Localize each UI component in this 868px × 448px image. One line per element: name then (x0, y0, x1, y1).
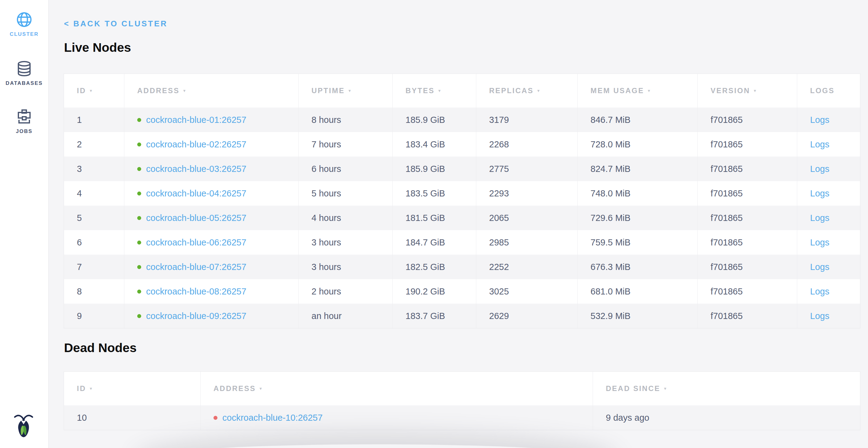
dead-status-dot-icon (214, 416, 217, 420)
live-nodes-title: Live Nodes (64, 40, 131, 55)
node-address-link[interactable]: cockroach-blue-07:26257 (146, 262, 246, 272)
cell-replicas: 2293 (476, 181, 578, 206)
sidebar: CLUSTER DATABASES (0, 0, 49, 448)
cell-logs: Logs (797, 304, 860, 328)
node-address-link[interactable]: cockroach-blue-01:26257 (146, 115, 246, 125)
node-address-link[interactable]: cockroach-blue-05:26257 (146, 213, 246, 223)
node-address-link[interactable]: cockroach-blue-04:26257 (146, 188, 246, 199)
column-header-address[interactable]: ADDRESS▾ (200, 372, 593, 406)
column-header-dead-since[interactable]: DEAD SINCE▾ (593, 372, 860, 406)
cell-mem-usage: 681.0 MiB (578, 279, 698, 304)
logs-link[interactable]: Logs (810, 115, 829, 125)
live-node-row: 9 cockroach-blue-09:26257 an hour 183.7 … (64, 304, 860, 328)
globe-icon (16, 12, 32, 28)
cell-uptime: an hour (299, 304, 393, 328)
cell-replicas: 2065 (476, 206, 578, 230)
cell-version: f701865 (698, 230, 797, 255)
logs-link[interactable]: Logs (810, 311, 829, 321)
cell-mem-usage: 532.9 MiB (578, 304, 698, 328)
cell-node-id: 7 (64, 255, 124, 279)
sort-arrow-icon: ▾ (438, 88, 442, 93)
column-header-logs: LOGS (797, 74, 860, 108)
node-address-link[interactable]: cockroach-blue-02:26257 (146, 140, 246, 150)
cell-bytes: 183.7 GiB (393, 304, 476, 328)
cell-logs: Logs (797, 181, 860, 206)
sort-arrow-icon: ▾ (754, 88, 757, 93)
column-header-replicas[interactable]: REPLICAS▾ (476, 74, 578, 108)
column-header-mem-usage[interactable]: MEM USAGE▾ (578, 74, 698, 108)
cell-replicas: 2252 (476, 255, 578, 279)
node-address-link[interactable]: cockroach-blue-08:26257 (146, 287, 246, 297)
sort-arrow-icon: ▾ (259, 386, 263, 391)
logs-link[interactable]: Logs (810, 140, 829, 150)
cell-bytes: 182.5 GiB (393, 255, 476, 279)
cell-logs: Logs (797, 132, 860, 157)
cell-version: f701865 (698, 255, 797, 279)
cell-mem-usage: 748.0 MiB (578, 181, 698, 206)
dead-nodes-header-row: ID▾ ADDRESS▾ DEAD SINCE▾ (64, 372, 860, 406)
column-header-version[interactable]: VERSION▾ (698, 74, 797, 108)
live-status-dot-icon (137, 216, 141, 220)
column-header-address[interactable]: ADDRESS▾ (124, 74, 299, 108)
cell-node-address: cockroach-blue-03:26257 (124, 157, 299, 181)
cell-logs: Logs (797, 230, 860, 255)
live-node-row: 5 cockroach-blue-05:26257 4 hours 181.5 … (64, 206, 860, 230)
cockroachdb-logo-icon (13, 412, 34, 440)
cell-version: f701865 (698, 304, 797, 328)
cell-logs: Logs (797, 255, 860, 279)
cell-bytes: 181.5 GiB (393, 206, 476, 230)
sidebar-item-cluster[interactable]: CLUSTER (0, 12, 49, 37)
column-header-id[interactable]: ID▾ (64, 74, 124, 108)
cell-logs: Logs (797, 157, 860, 181)
logs-link[interactable]: Logs (810, 287, 829, 297)
cell-version: f701865 (698, 181, 797, 206)
back-to-cluster-link[interactable]: < BACK TO CLUSTER (64, 19, 167, 29)
dead-nodes-table: ID▾ ADDRESS▾ DEAD SINCE▾ 10 cockroach-bl… (64, 371, 860, 430)
sidebar-item-databases[interactable]: DATABASES (0, 61, 49, 86)
node-address-link[interactable]: cockroach-blue-09:26257 (146, 311, 246, 321)
cell-bytes: 190.2 GiB (393, 279, 476, 304)
logs-link[interactable]: Logs (810, 213, 829, 223)
cell-replicas: 2268 (476, 132, 578, 157)
cell-uptime: 2 hours (299, 279, 393, 304)
sort-arrow-icon: ▾ (537, 88, 540, 93)
cell-uptime: 5 hours (299, 181, 393, 206)
cell-node-address: cockroach-blue-10:26257 (200, 406, 593, 430)
live-status-dot-icon (137, 191, 141, 196)
cell-uptime: 6 hours (299, 157, 393, 181)
logs-link[interactable]: Logs (810, 164, 829, 174)
cell-node-id: 1 (64, 108, 124, 132)
sort-arrow-icon: ▾ (90, 88, 93, 93)
cell-node-id: 4 (64, 181, 124, 206)
live-nodes-table: ID▾ ADDRESS▾ UPTIME▾ BYTES▾ REPLICAS▾ ME… (64, 73, 860, 328)
node-address-link[interactable]: cockroach-blue-06:26257 (146, 237, 246, 247)
sidebar-item-label: JOBS (16, 128, 32, 135)
live-node-row: 8 cockroach-blue-08:26257 2 hours 190.2 … (64, 279, 860, 304)
sort-arrow-icon: ▾ (648, 88, 651, 93)
cell-node-address: cockroach-blue-09:26257 (124, 304, 299, 328)
logs-link[interactable]: Logs (810, 262, 829, 272)
live-status-dot-icon (137, 118, 141, 122)
cell-node-id: 10 (64, 406, 200, 430)
column-header-id[interactable]: ID▾ (64, 372, 200, 406)
cell-version: f701865 (698, 108, 797, 132)
live-node-row: 7 cockroach-blue-07:26257 3 hours 182.5 … (64, 255, 860, 279)
node-address-link[interactable]: cockroach-blue-10:26257 (222, 413, 322, 423)
cell-mem-usage: 846.7 MiB (578, 108, 698, 132)
sidebar-item-jobs[interactable]: JOBS (0, 109, 49, 135)
sidebar-item-label: CLUSTER (10, 31, 39, 37)
logs-link[interactable]: Logs (810, 188, 829, 199)
cell-replicas: 2985 (476, 230, 578, 255)
cell-version: f701865 (698, 206, 797, 230)
databases-icon (16, 61, 32, 77)
briefcase-icon (16, 109, 32, 125)
cell-mem-usage: 759.5 MiB (578, 230, 698, 255)
node-address-link[interactable]: cockroach-blue-03:26257 (146, 164, 246, 174)
logs-link[interactable]: Logs (810, 237, 829, 247)
sort-arrow-icon: ▾ (348, 88, 352, 93)
column-header-bytes[interactable]: BYTES▾ (393, 74, 476, 108)
column-header-uptime[interactable]: UPTIME▾ (299, 74, 393, 108)
cell-node-id: 3 (64, 157, 124, 181)
live-status-dot-icon (137, 167, 141, 171)
cell-logs: Logs (797, 279, 860, 304)
